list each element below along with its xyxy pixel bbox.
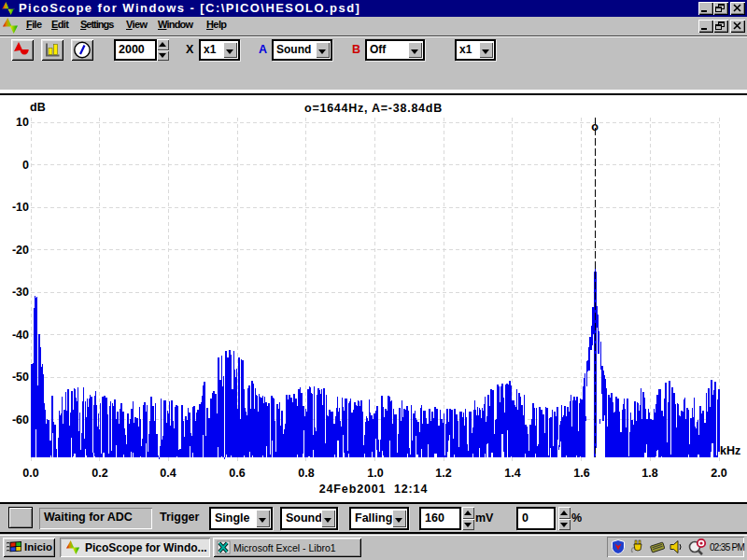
svg-text:-50: -50	[12, 371, 29, 384]
svg-text:0.6: 0.6	[229, 467, 245, 480]
svg-text:dB: dB	[30, 101, 46, 114]
svg-text:0.0: 0.0	[22, 467, 38, 480]
svg-text:1.4: 1.4	[504, 467, 520, 480]
svg-text:1.0: 1.0	[367, 467, 383, 480]
svg-text:1.2: 1.2	[435, 467, 451, 480]
svg-text:-60: -60	[12, 413, 29, 427]
svg-text:-20: -20	[12, 244, 29, 257]
svg-text:kHz: kHz	[720, 444, 740, 457]
svg-text:2.0: 2.0	[711, 467, 726, 480]
svg-text:o: o	[591, 120, 599, 133]
svg-text:24Feb2001 12:14: 24Feb2001 12:14	[319, 483, 428, 496]
svg-text:1.8: 1.8	[641, 467, 657, 480]
svg-text:0.4: 0.4	[160, 467, 176, 480]
svg-text:o=1644Hz, A=-38.84dB: o=1644Hz, A=-38.84dB	[304, 102, 443, 115]
svg-text:-30: -30	[12, 286, 29, 299]
svg-text:0.8: 0.8	[298, 467, 314, 480]
svg-text:10: 10	[16, 116, 29, 129]
svg-text:-10: -10	[12, 201, 29, 214]
svg-text:0: 0	[22, 159, 29, 172]
svg-text:0.2: 0.2	[92, 467, 107, 480]
svg-text:-40: -40	[12, 329, 29, 342]
svg-text:1.6: 1.6	[573, 467, 589, 480]
